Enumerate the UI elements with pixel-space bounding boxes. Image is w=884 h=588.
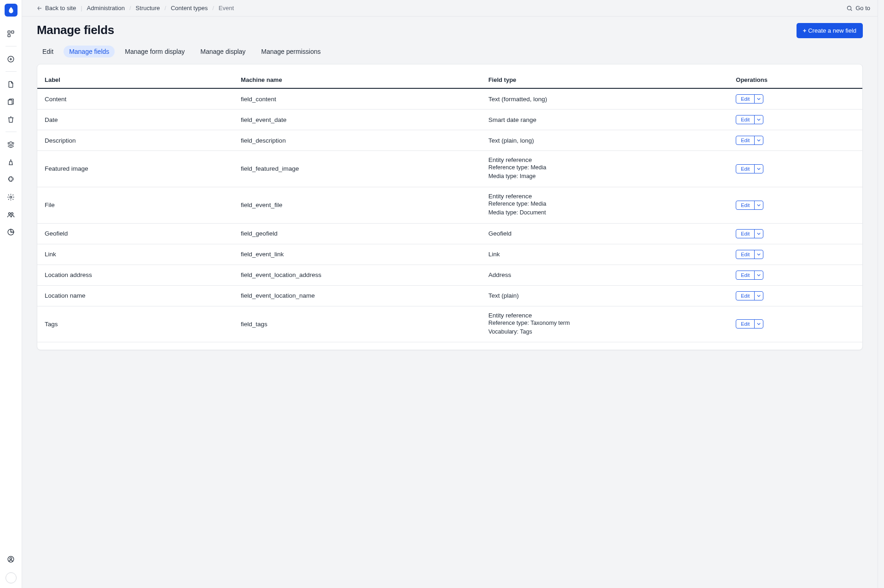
edit-dropbutton: Edit: [736, 136, 763, 145]
cell-label: Location address: [37, 265, 235, 285]
content-icon[interactable]: [4, 77, 18, 92]
tab-manage-permissions[interactable]: Manage permissions: [256, 46, 326, 58]
plus-icon: +: [803, 27, 807, 34]
breadcrumb-sep: /: [212, 5, 214, 12]
appearance-icon[interactable]: [4, 155, 18, 169]
create-field-button[interactable]: + Create a new field: [797, 23, 863, 38]
edit-dropbutton: Edit: [736, 229, 763, 238]
cell-label: Content: [37, 88, 235, 110]
chevron-down-icon: [757, 97, 761, 101]
table-row: Contentfield_contentText (formatted, lon…: [37, 88, 862, 110]
dropdown-toggle[interactable]: [755, 165, 763, 173]
people-icon[interactable]: [4, 207, 18, 222]
edit-button[interactable]: Edit: [736, 271, 755, 279]
chevron-down-icon: [757, 294, 761, 298]
create-icon[interactable]: [4, 52, 18, 66]
tabs: EditManage fieldsManage form displayMana…: [22, 38, 878, 64]
cell-label: Link: [37, 244, 235, 265]
breadcrumb-sep: /: [129, 5, 131, 12]
edit-dropbutton: Edit: [736, 319, 763, 329]
cell-machine: field_event_link: [235, 244, 483, 265]
back-label: Back to site: [45, 5, 76, 12]
cell-type: Text (formatted, long): [483, 88, 731, 110]
edit-dropbutton: Edit: [736, 115, 763, 124]
cell-machine: field_content: [235, 88, 483, 110]
edit-button[interactable]: Edit: [736, 136, 755, 144]
th-type: Field type: [483, 72, 731, 88]
sidebar-divider: [6, 46, 17, 46]
back-arrow-icon: [37, 6, 42, 11]
edit-button[interactable]: Edit: [736, 165, 755, 173]
chevron-down-icon: [757, 322, 761, 326]
search-icon: [846, 5, 853, 12]
edit-dropbutton: Edit: [736, 291, 763, 300]
tab-edit[interactable]: Edit: [37, 46, 59, 58]
cell-ops: Edit: [730, 244, 862, 265]
th-label: Label: [37, 72, 235, 88]
user-icon[interactable]: [4, 552, 18, 566]
svg-point-12: [848, 6, 851, 10]
reports-icon[interactable]: [4, 225, 18, 239]
edit-button[interactable]: Edit: [736, 320, 755, 328]
dropdown-toggle[interactable]: [755, 271, 763, 279]
table-row: Location addressfield_event_location_add…: [37, 265, 862, 285]
goto-button[interactable]: Go to: [846, 5, 870, 12]
edit-dropbutton: Edit: [736, 201, 763, 210]
structure-icon[interactable]: [4, 137, 18, 152]
chevron-down-icon: [757, 253, 761, 256]
sidebar-divider: [6, 132, 17, 132]
cell-ops: Edit: [730, 187, 862, 223]
configuration-icon[interactable]: [4, 190, 18, 204]
cell-machine: field_geofield: [235, 223, 483, 244]
edit-button[interactable]: Edit: [736, 115, 755, 124]
dropdown-toggle[interactable]: [755, 136, 763, 144]
extend-icon[interactable]: [4, 172, 18, 187]
chevron-down-icon: [757, 232, 761, 236]
edit-button[interactable]: Edit: [736, 201, 755, 209]
cell-ops: Edit: [730, 265, 862, 285]
edit-button[interactable]: Edit: [736, 250, 755, 259]
dropdown-toggle[interactable]: [755, 230, 763, 238]
dropdown-toggle[interactable]: [755, 250, 763, 259]
dropdown-toggle[interactable]: [755, 115, 763, 124]
sidebar-divider: [6, 71, 17, 72]
trash-icon[interactable]: [4, 112, 18, 127]
edit-button[interactable]: Edit: [736, 292, 755, 300]
svg-rect-2: [8, 34, 10, 36]
cell-label: File: [37, 187, 235, 223]
tab-manage-fields[interactable]: Manage fields: [64, 46, 115, 58]
page-title: Manage fields: [37, 23, 114, 37]
th-ops: Operations: [730, 72, 862, 88]
table-row: Tagsfield_tagsEntity referenceReference …: [37, 306, 862, 342]
breadcrumb-item[interactable]: Structure: [136, 5, 160, 12]
tab-manage-display[interactable]: Manage display: [195, 46, 251, 58]
tab-manage-form-display[interactable]: Manage form display: [119, 46, 190, 58]
cell-label: Geofield: [37, 223, 235, 244]
cell-type: Geofield: [483, 223, 731, 244]
cell-machine: field_featured_image: [235, 151, 483, 187]
dropdown-toggle[interactable]: [755, 95, 763, 103]
svg-point-11: [10, 557, 12, 559]
admin-sidebar: [0, 0, 22, 588]
back-to-site-link[interactable]: Back to site: [37, 5, 76, 12]
breadcrumb-item[interactable]: Content types: [171, 5, 208, 12]
dropdown-toggle[interactable]: [755, 201, 763, 209]
breadcrumb: Back to site | Administration / Structur…: [37, 5, 234, 12]
breadcrumb-item[interactable]: Administration: [87, 5, 125, 12]
workspaces-icon[interactable]: [4, 26, 18, 41]
cell-ops: Edit: [730, 151, 862, 187]
table-row: Datefield_event_dateSmart date rangeEdit: [37, 110, 862, 130]
edit-button[interactable]: Edit: [736, 230, 755, 238]
files-icon[interactable]: [4, 94, 18, 109]
dropdown-toggle[interactable]: [755, 320, 763, 328]
cell-type: Text (plain): [483, 285, 731, 306]
svg-line-13: [851, 9, 852, 11]
drupal-logo[interactable]: [5, 4, 17, 17]
breadcrumb-sep: |: [81, 5, 82, 12]
edit-dropbutton: Edit: [736, 164, 763, 173]
edit-button[interactable]: Edit: [736, 95, 755, 103]
cell-label: Tags: [37, 306, 235, 342]
dropdown-toggle[interactable]: [755, 292, 763, 300]
table-row: Geofieldfield_geofieldGeofieldEdit: [37, 223, 862, 244]
table-row: Filefield_event_fileEntity referenceRefe…: [37, 187, 862, 223]
